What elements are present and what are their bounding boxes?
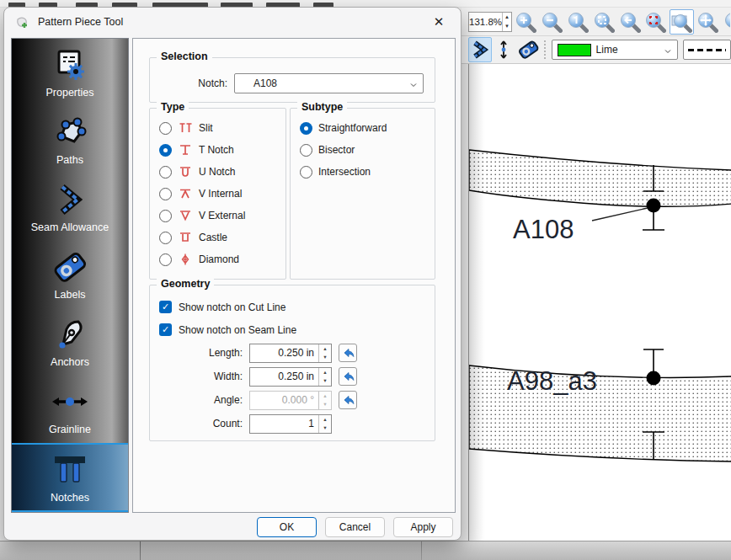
ok-button[interactable]: OK <box>257 517 317 537</box>
pan-icon[interactable] <box>696 9 720 35</box>
dialog-titlebar[interactable]: Pattern Piece Tool ✕ <box>4 8 461 36</box>
width-spinbox[interactable]: 0.250 in ▲▼ <box>249 367 332 387</box>
notch-point-a108 <box>647 199 661 213</box>
pattern-piece-band-2[interactable]: A98_a3 <box>469 349 731 461</box>
pattern-canvas[interactable]: A108 A98_a3 <box>468 64 731 541</box>
checkbox-checked-icon: ✓ <box>159 301 172 313</box>
spin-buttons[interactable]: ▲▼ <box>318 415 331 433</box>
zoom-in-icon[interactable] <box>514 9 538 35</box>
sidebar-item-anchors[interactable]: Anchors <box>12 308 128 376</box>
angle-field-row: Angle: 0.000 ° ▲▼ <box>150 388 435 412</box>
dialog-sidebar: Properties Paths Seam Allowance <box>11 38 129 513</box>
sidebar-item-properties[interactable]: Properties <box>12 39 128 106</box>
zoom-original-icon[interactable] <box>566 9 590 35</box>
checkbox-show-notch-seam-line[interactable]: ✓ Show notch on Seam Line <box>150 318 435 341</box>
label-leader-line <box>592 208 648 221</box>
anchors-icon <box>52 317 88 352</box>
line-style-select[interactable] <box>683 40 731 60</box>
sidebar-item-labels[interactable]: Labels <box>12 241 128 308</box>
labels-icon <box>52 249 88 285</box>
radio-bisector[interactable]: Bisector <box>291 139 435 161</box>
zoom-area-icon[interactable] <box>670 9 694 35</box>
radio-straightforward[interactable]: Straightforward <box>291 117 435 139</box>
radio-castle[interactable]: Castle <box>150 227 285 248</box>
radio-t-notch[interactable]: T Notch <box>150 139 285 161</box>
sidebar-label: Properties <box>46 87 94 99</box>
zoom-rubber-band-icon[interactable] <box>643 9 668 35</box>
pattern-piece-band-1[interactable]: A108 <box>469 150 731 244</box>
zoom-previous-icon[interactable] <box>617 9 642 35</box>
undo-arrow-icon <box>342 394 355 406</box>
notch-size-tool-icon[interactable] <box>492 37 515 62</box>
sidebar-item-seam-allowance[interactable]: Seam Allowance <box>12 173 128 241</box>
apply-button[interactable]: Apply <box>393 517 453 537</box>
angle-reset-button[interactable] <box>339 391 357 409</box>
paths-icon <box>52 115 88 150</box>
radio-slit[interactable]: Slit <box>150 117 285 139</box>
radio-v-external[interactable]: V External <box>150 205 285 227</box>
labels-tool-icon[interactable] <box>515 37 539 62</box>
geometry-legend: Geometry <box>157 278 214 290</box>
sidebar-label: Seam Allowance <box>31 221 109 233</box>
zoom-level-spinner[interactable]: 131.8% ▲▼ <box>468 12 512 32</box>
angle-spinbox: 0.000 ° ▲▼ <box>249 391 332 410</box>
properties-icon <box>52 47 88 83</box>
notch-select[interactable]: A108 <box>234 73 424 93</box>
radio-v-internal[interactable]: V Internal <box>150 183 285 205</box>
width-field-row: Width: 0.250 in ▲▼ <box>150 365 435 388</box>
t-notch-glyph-icon <box>178 143 193 157</box>
type-group: Type Slit T Notch U Notch <box>149 108 286 280</box>
checkbox-checked-icon: ✓ <box>159 323 172 336</box>
undo-arrow-icon <box>342 371 355 382</box>
undo-arrow-icon <box>342 347 355 359</box>
length-field-row: Length: 0.250 in ▲▼ <box>150 341 435 365</box>
seam-allowance-tool-icon[interactable] <box>468 37 492 62</box>
pattern-drawing: A108 A98_a3 <box>469 64 731 541</box>
selection-group: Selection Notch: A108 <box>149 57 435 103</box>
point-label-a108[interactable]: A108 <box>513 215 574 244</box>
notches-icon <box>51 452 89 488</box>
sidebar-item-grainline[interactable]: Grainline <box>12 376 128 443</box>
point-label-a98-a3[interactable]: A98_a3 <box>507 366 597 396</box>
type-legend: Type <box>157 101 189 113</box>
count-spinbox[interactable]: 1 ▲▼ <box>249 414 332 434</box>
radio-diamond[interactable]: Diamond <box>150 248 285 270</box>
sidebar-label: Notches <box>51 492 89 504</box>
status-bar <box>0 541 731 560</box>
zoom-level-spin-buttons[interactable]: ▲▼ <box>502 13 511 31</box>
line-color-select[interactable]: Lime <box>552 40 678 60</box>
length-spinbox[interactable]: 0.250 in ▲▼ <box>249 344 332 363</box>
radio-u-notch[interactable]: U Notch <box>150 161 285 183</box>
width-reset-button[interactable] <box>339 367 357 386</box>
spin-buttons[interactable]: ▲▼ <box>318 344 331 362</box>
checkbox-show-notch-cut-line[interactable]: ✓ Show notch on Cut Line <box>150 296 435 318</box>
t-notch-mark-upper-2 <box>643 349 664 371</box>
zoom-fit-best-icon[interactable] <box>591 9 616 35</box>
spin-buttons[interactable]: ▲▼ <box>318 368 331 386</box>
v-external-glyph-icon <box>178 209 193 222</box>
geometry-group: Geometry ✓ Show notch on Cut Line ✓ Show… <box>149 285 435 441</box>
color-name: Lime <box>596 44 618 56</box>
radio-intersection[interactable]: Intersection <box>291 161 435 183</box>
zoom-out-icon[interactable] <box>540 9 564 35</box>
close-icon[interactable]: ✕ <box>422 10 456 34</box>
sidebar-item-notches[interactable]: Notches <box>12 443 128 512</box>
sidebar-item-paths[interactable]: Paths <box>12 106 128 173</box>
selection-legend: Selection <box>157 51 212 62</box>
zoom-clipped-icon[interactable] <box>721 9 731 35</box>
cancel-button[interactable]: Cancel <box>325 517 385 537</box>
sidebar-label: Grainline <box>49 424 91 435</box>
dialog-main-panel: Selection Notch: A108 Type Slit <box>132 38 456 513</box>
length-reset-button[interactable] <box>339 344 357 362</box>
chevron-down-icon <box>664 48 671 55</box>
t-notch-mark-lower-1 <box>643 212 664 230</box>
subtype-group: Subtype Straightforward Bisector Interse… <box>290 108 435 280</box>
zoom-level-value: 131.8% <box>469 17 502 27</box>
sidebar-label: Anchors <box>51 356 89 368</box>
notch-label: Notch: <box>150 77 234 89</box>
subtype-legend: Subtype <box>297 101 347 113</box>
diamond-glyph-icon <box>178 253 193 266</box>
pattern-piece-icon <box>16 15 30 29</box>
v-internal-glyph-icon <box>178 187 193 200</box>
chevron-down-icon <box>410 82 417 88</box>
